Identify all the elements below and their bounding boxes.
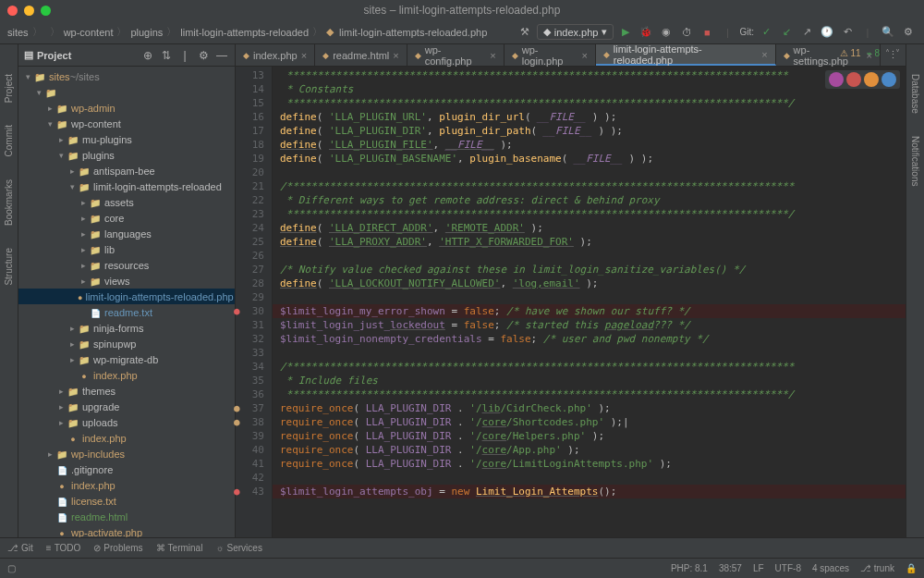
tree-item[interactable]: ▸wp-migrate-db (18, 351, 235, 367)
tree-item[interactable]: ▸ninja-forms (18, 320, 235, 336)
tool-tab-database[interactable]: Database (908, 70, 922, 117)
browser-preview-icons[interactable] (825, 70, 900, 89)
tool-tab-project[interactable]: Project (2, 70, 16, 106)
tree-item[interactable]: ▾wp-content (18, 116, 235, 131)
phpstorm-icon[interactable] (829, 72, 844, 87)
tree-item[interactable]: ▸wp-admin (18, 100, 235, 116)
close-icon[interactable]: × (301, 50, 307, 61)
select-opened-file-icon[interactable]: ⊕ (140, 48, 155, 63)
project-panel-title: Project (37, 50, 71, 61)
tree-item[interactable]: ▸assets (18, 194, 235, 210)
toolwindow-problems[interactable]: ⊘Problems (93, 543, 142, 553)
tree-item[interactable]: .gitignore (18, 461, 235, 477)
tool-tab-commit[interactable]: Commit (2, 121, 16, 160)
breadcrumb[interactable]: sites 〉 〉wp-content 〉plugins 〉limit-logi… (7, 25, 487, 39)
caret-position[interactable]: 38:57 (719, 563, 742, 573)
status-square-icon[interactable]: ▢ (7, 563, 16, 573)
tool-tab-bookmarks[interactable]: Bookmarks (2, 176, 16, 229)
coverage-icon[interactable]: ◉ (658, 24, 675, 41)
editor-tab[interactable]: ◆index.php× (236, 44, 315, 66)
tree-item[interactable]: ▸uploads (18, 414, 235, 430)
settings-icon[interactable]: ⚙ (900, 24, 917, 41)
run-config-selector[interactable]: ◆ index.php ▾ (537, 24, 614, 40)
editor[interactable]: ⚠ 11 ⌁ 8 ˄ ˅ 131415161718192021222324252… (236, 67, 906, 537)
project-panel: ▤ Project ⊕ ⇅ | ⚙ — ▾sites ~/sites▾▸wp-a… (18, 44, 236, 537)
git-commit-icon[interactable]: ↙ (778, 24, 795, 41)
gutter[interactable]: 1314151617181920212223242526272829303132… (236, 67, 273, 537)
git-branch[interactable]: ⎇ trunk (860, 563, 894, 573)
php-version[interactable]: PHP: 8.1 (671, 563, 708, 573)
git-rollback-icon[interactable]: ↶ (839, 24, 856, 41)
editor-tab[interactable]: ◆wp-config.php× (407, 44, 505, 66)
hide-icon[interactable]: — (214, 48, 229, 63)
git-push-icon[interactable]: ↗ (798, 24, 815, 41)
window-title: sites – limit-login-attempts-reloaded.ph… (364, 4, 561, 17)
indent[interactable]: 4 spaces (812, 563, 849, 573)
run-icon[interactable]: ▶ (617, 24, 634, 41)
git-history-icon[interactable]: 🕐 (819, 24, 835, 41)
git-update-icon[interactable]: ✓ (758, 24, 774, 41)
tree-item[interactable]: ▸antispam-bee (18, 163, 235, 178)
tree-item[interactable]: wp-activate.php (18, 524, 235, 537)
tree-item[interactable]: license.txt (18, 493, 235, 509)
debug-icon[interactable]: 🐞 (638, 24, 654, 41)
traffic-lights (7, 6, 51, 16)
chevron-down-icon: ▾ (602, 26, 607, 38)
tree-item[interactable]: readme.txt (18, 304, 235, 320)
tree-item[interactable]: ▸upgrade (18, 399, 235, 414)
tree-item[interactable]: ▸spinupwp (18, 336, 235, 351)
tree-item[interactable]: ▸mu-plugins (18, 131, 235, 147)
editor-tab[interactable]: ◆readme.html× (315, 44, 407, 66)
tree-item[interactable]: ▸languages (18, 226, 235, 241)
stop-icon[interactable]: ■ (699, 24, 715, 41)
search-icon[interactable]: 🔍 (880, 24, 896, 41)
tree-item[interactable]: ▸core (18, 210, 235, 226)
close-icon[interactable]: × (761, 49, 767, 60)
tree-item[interactable]: readme.html (18, 509, 235, 524)
profile-icon[interactable]: ⏱ (678, 24, 695, 41)
maximize-icon[interactable] (41, 6, 51, 16)
close-icon[interactable]: × (393, 50, 398, 61)
toolwindow-todo[interactable]: ≡TODO (46, 543, 81, 553)
tree-item[interactable]: ▸resources (18, 257, 235, 273)
toolwindow-git[interactable]: ⎇Git (7, 543, 33, 553)
toolwindow-services[interactable]: ☼Services (215, 543, 262, 553)
expand-all-icon[interactable]: ⇅ (159, 48, 174, 63)
php-icon: ◆ (543, 26, 551, 38)
close-icon[interactable]: × (581, 50, 587, 61)
inspections-widget[interactable]: ⚠ 11 ⌁ 8 ˄ ˅ (840, 48, 900, 58)
line-ending[interactable]: LF (753, 563, 764, 573)
tree-item[interactable]: ▸views (18, 273, 235, 289)
tree-item[interactable]: index.php (18, 477, 235, 493)
close-icon[interactable] (7, 6, 18, 16)
tree-item[interactable]: ▸themes (18, 383, 235, 399)
tree-item[interactable]: ▾ (18, 84, 235, 100)
chrome-icon[interactable] (846, 72, 861, 87)
lock-icon[interactable]: 🔒 (906, 563, 917, 573)
editor-tab[interactable]: ◆limit-login-attempts-reloaded.php× (596, 44, 776, 66)
code-area[interactable]: ****************************************… (273, 67, 906, 537)
tree-item[interactable]: ▾plugins (18, 147, 235, 163)
chevron-up-icon[interactable]: ˄ (885, 48, 890, 58)
toolwindow-terminal[interactable]: ⌘Terminal (156, 543, 203, 553)
tree-item[interactable]: limit-login-attempts-reloaded.php (18, 289, 235, 304)
tree-item[interactable]: index.php (18, 430, 235, 446)
chevron-down-icon[interactable]: ˅ (895, 48, 900, 58)
editor-tab[interactable]: ◆wp-login.php× (505, 44, 596, 66)
hammer-icon[interactable]: ⚒ (517, 24, 533, 41)
project-tree[interactable]: ▾sites ~/sites▾▸wp-admin▾wp-content▸mu-p… (18, 67, 235, 537)
tool-tab-structure[interactable]: Structure (2, 244, 16, 289)
tree-item[interactable]: ▾sites ~/sites (18, 68, 235, 84)
firefox-icon[interactable] (864, 72, 879, 87)
titlebar: sites – limit-login-attempts-reloaded.ph… (0, 0, 924, 20)
tree-item[interactable]: ▸wp-includes (18, 446, 235, 461)
tree-item[interactable]: ▾limit-login-attempts-reloaded (18, 178, 235, 194)
safari-icon[interactable] (881, 72, 896, 87)
tool-tab-notifications[interactable]: Notifications (908, 132, 922, 190)
gear-icon[interactable]: ⚙ (196, 48, 211, 63)
tree-item[interactable]: index.php (18, 367, 235, 383)
minimize-icon[interactable] (24, 6, 34, 16)
tree-item[interactable]: ▸lib (18, 241, 235, 257)
encoding[interactable]: UTF-8 (775, 563, 801, 573)
close-icon[interactable]: × (490, 50, 495, 61)
